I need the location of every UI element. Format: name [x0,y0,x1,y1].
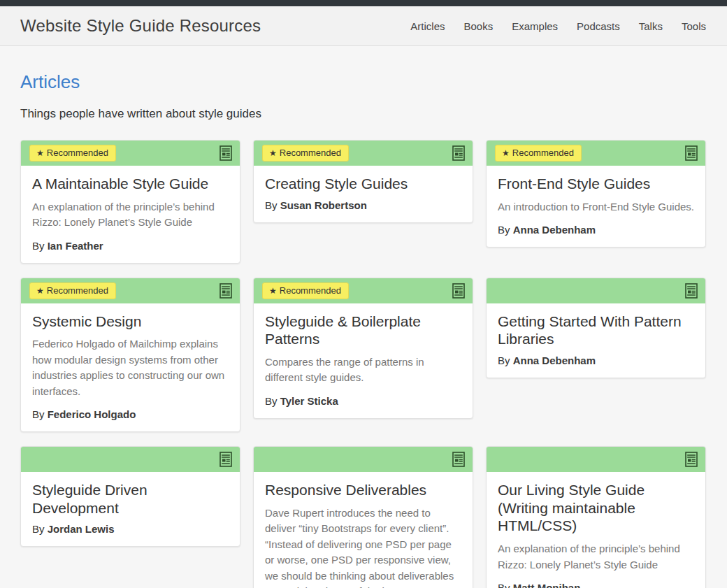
document-icon [218,145,233,162]
card-title: Our Living Style Guide (Writing maintain… [498,481,694,535]
card-title: Responsive Deliverables [265,481,461,499]
recommended-badge: ★Recommended [262,145,349,162]
card-author: By Tyler Sticka [265,395,461,407]
card-body: Creating Style Guides By Susan Robertson [254,166,473,222]
document-icon [684,145,699,162]
nav-item-tools[interactable]: Tools [682,20,706,32]
main-nav: Articles Books Examples Podcasts Talks T… [410,20,706,32]
article-card[interactable]: ★Recommended Styleguide & Boilerplate Pa… [253,278,473,419]
nav-item-talks[interactable]: Talks [639,20,663,32]
article-card[interactable]: Responsive Deliverables Dave Rupert intr… [253,446,473,588]
card-header: ★Recommended [21,278,240,303]
card-author: By Anna Debenham [498,224,694,236]
card-author: By Matt Monihan [498,582,694,588]
card-title: Systemic Design [32,313,229,331]
card-description: An introduction to Front-End Style Guide… [498,199,694,215]
card-header: ★Recommended [254,278,473,303]
card-body: Styleguide & Boilerplate Patterns Compar… [254,303,473,418]
card-body: Styleguide Driven Development By Jordan … [21,472,240,546]
card-author: By Federico Holgado [32,408,229,420]
card-author: By Ian Feather [32,240,229,252]
card-body: Our Living Style Guide (Writing maintain… [487,472,705,588]
nav-item-articles[interactable]: Articles [410,20,445,32]
card-body: Systemic Design Federico Holgado of Mail… [21,303,240,432]
card-description: Dave Rupert introduces the need to deliv… [265,505,461,588]
document-icon [684,451,699,468]
card-title: Styleguide & Boilerplate Patterns [265,313,461,348]
card-description: Compares the range of patterns in differ… [265,354,461,386]
card-body: Responsive Deliverables Dave Rupert intr… [254,472,473,588]
document-icon [451,145,466,162]
star-icon: ★ [36,286,44,296]
card-header [487,278,705,303]
card-title: Styleguide Driven Development [32,481,229,517]
article-card[interactable]: ★Recommended Front-End Style Guides An i… [486,140,706,248]
card-description: An explanation of the principle’s behind… [32,199,229,231]
card-header: ★Recommended [21,141,240,166]
card-author: By Susan Robertson [265,199,461,211]
article-card[interactable]: Getting Started With Pattern Libraries B… [486,278,706,378]
document-icon [684,282,699,299]
recommended-badge: ★Recommended [495,145,582,162]
top-accent-bar [0,0,727,6]
recommended-badge: ★Recommended [29,145,116,162]
nav-item-books[interactable]: Books [464,20,494,32]
document-icon [218,451,233,468]
article-card-grid: ★Recommended A Maintainable Style Guide … [20,140,706,588]
card-header: ★Recommended [487,141,705,166]
article-card[interactable]: ★Recommended A Maintainable Style Guide … [20,140,240,264]
content-area: Articles Things people have written abou… [0,71,727,588]
card-body: Front-End Style Guides An introduction t… [487,166,705,247]
card-title: Getting Started With Pattern Libraries [498,313,694,348]
card-description: An explanation of the principle’s behind… [498,541,694,573]
article-card[interactable]: Styleguide Driven Development By Jordan … [20,446,240,547]
card-body: Getting Started With Pattern Libraries B… [487,303,705,378]
card-body: A Maintainable Style Guide An explanatio… [21,166,240,263]
star-icon: ★ [502,148,510,158]
nav-item-examples[interactable]: Examples [512,20,558,32]
card-header [254,447,473,472]
document-icon [451,282,466,299]
card-author: By Anna Debenham [498,354,694,366]
card-title: Creating Style Guides [265,175,461,193]
page-subtitle: Things people have written about style g… [20,107,706,121]
card-title: Front-End Style Guides [498,175,694,193]
card-author: By Jordan Lewis [32,523,229,535]
article-card[interactable]: Our Living Style Guide (Writing maintain… [486,446,706,588]
article-card[interactable]: ★Recommended Creating Style Guides By Su… [253,140,473,223]
recommended-badge: ★Recommended [262,282,349,299]
document-icon [451,451,466,468]
document-icon [218,282,233,299]
card-header: ★Recommended [254,141,473,166]
card-header [487,447,705,472]
site-title: Website Style Guide Resources [20,16,261,36]
recommended-badge: ★Recommended [29,282,116,299]
page-title: Articles [20,71,706,93]
star-icon: ★ [269,286,277,296]
card-description: Federico Holgado of Mailchimp explains h… [32,336,229,399]
card-header [21,447,240,472]
site-header: Website Style Guide Resources Articles B… [0,6,727,46]
star-icon: ★ [269,148,277,158]
nav-item-podcasts[interactable]: Podcasts [577,20,620,32]
card-title: A Maintainable Style Guide [32,175,229,193]
article-card[interactable]: ★Recommended Systemic Design Federico Ho… [20,278,240,433]
star-icon: ★ [36,148,44,158]
